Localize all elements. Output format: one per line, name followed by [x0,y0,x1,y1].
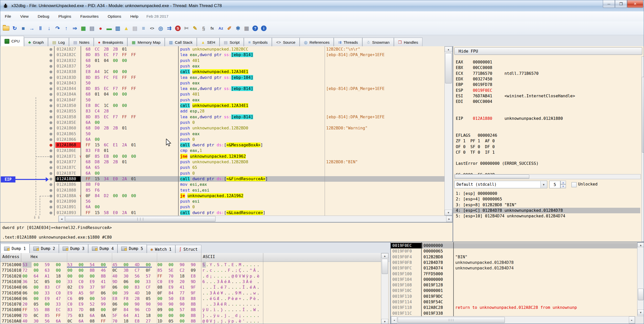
unlocked-checkbox[interactable] [571,182,577,187]
snowman-icon[interactable]: S [174,24,182,33]
calculator-icon[interactable]: ▦ [243,24,250,33]
disasm-row[interactable]: 012A18448D85ECF7FFFFlea eax,dword ptr ss… [49,86,444,91]
disasm-row[interactable]: 012A185E6A00push 0 [49,120,444,125]
row-dot[interactable] [50,166,52,169]
row-dot[interactable] [50,87,52,90]
disasm-row[interactable]: 012A183D8D85FCFEFFFFlea eax,dword ptr ss… [49,75,444,80]
tab-script[interactable]: ▤Script [220,38,244,47]
tab-struct[interactable]: ∫Struct [175,245,201,254]
attach-icon[interactable]: § [200,24,207,33]
row-dot[interactable] [50,104,52,107]
disasm-vscrollbar[interactable]: ▲ ▼ [444,46,452,216]
disasm-row[interactable]: 012A186550push eax [49,131,444,137]
maximize-button[interactable]: ❐ [615,0,627,8]
row-dot[interactable] [50,200,52,203]
stack-arg-row[interactable]: 4: [esp+C] 012B4D78 unknownunpacked.012B… [453,208,640,213]
stack-arg-row[interactable]: 2: [esp+4] 00000065 [453,196,640,202]
row-dot[interactable] [50,121,52,124]
menu-plugins[interactable]: Plugins [54,13,76,20]
dump-row[interactable]: 771610A04030566A0C6A08FF7018E8271D05008B… [0,318,380,324]
seh-icon[interactable]: ▲ [123,24,130,33]
disassembly-panel[interactable]: 012A182768CC2B2B01push unknownunpacked.1… [0,46,452,222]
dump-row[interactable]: 771610907D0C85FF75036A0A5F64A1180000008B… [0,313,380,318]
menu-file[interactable]: File [0,13,16,20]
dump-row[interactable]: 77161000530059005300540045004D0000009090… [0,262,380,268]
memory-map-icon[interactable]: ▦ [80,24,87,33]
disasm-row[interactable]: 012A187C6A65push 65 [49,165,444,170]
tab-dump-2[interactable]: Dump 2 [30,244,59,253]
stack-arg-row[interactable]: 5: [esp+10] 012B4D74 unknownunpacked.012… [453,213,640,219]
close-button[interactable]: × [627,0,643,8]
tab-dump-3[interactable]: Dump 3 [59,244,88,253]
registers-panel[interactable]: Hide FPU EAX 00000001EBX 00CC0008ECX 771… [452,46,644,242]
dump-vscrollbar[interactable]: ▲ ▼ [381,253,389,324]
disasm-row[interactable]: 012A18326801040000push 401 [49,58,444,63]
disasm-row[interactable]: 012A182768CC2B2B01push unknownunpacked.1… [49,47,444,52]
dump-row[interactable]: 771610107200630000008B460C3BC70F855EC209… [0,268,380,273]
disasm-row[interactable]: 012A186E83F801cmp eax,1 [49,148,444,153]
row-dot[interactable] [50,127,52,130]
stack-row[interactable]: 0019F1007FFD5000 [391,271,637,277]
stack-row[interactable]: 0019F1080019F128 [391,282,637,288]
tab-watch-1[interactable]: ◉Watch 1 [147,245,175,254]
row-dot[interactable] [50,82,52,85]
row-dot[interactable] [50,172,52,175]
stack-row[interactable]: 0019F1140019F54C [391,299,637,305]
tab-dump-5[interactable]: Dump 5 [117,244,147,253]
row-dot[interactable] [50,76,52,79]
menu-debug[interactable]: Debug [33,13,54,20]
row-dot[interactable] [50,65,52,68]
tab-source[interactable]: <>Source [272,38,300,47]
stack-hscrollbar[interactable]: ◄ ❘❘❘ ► [391,316,635,324]
calling-convention-select[interactable]: Default (stdcall) ▼ [454,181,547,188]
text-icon[interactable]: Az [217,24,225,33]
highlight-icon[interactable]: ✐ [226,24,233,33]
register-line[interactable]: EDI 00CC0004 [456,99,492,104]
row-dot[interactable] [50,54,52,56]
run-icon[interactable]: → [28,24,36,33]
row-dot[interactable] [50,138,52,141]
tab-handles[interactable]: ❒Handles [394,38,422,47]
stop-icon[interactable]: ■ [19,24,27,33]
disasm-row[interactable]: 012A1893FF1558E02A01call dword ptr ds:[<… [49,210,444,216]
tab-dump-4[interactable]: Dump 4 [88,244,117,253]
tab-references[interactable]: ◎References [300,38,334,47]
functions-icon[interactable]: fx [208,24,216,33]
register-line[interactable]: EAX 00000001 [456,59,492,65]
row-dot[interactable] [50,178,52,180]
arg-count-stepper[interactable]: ▲▼ [560,181,566,188]
dump-row[interactable]: 771610200064A1180000008B40305657FF7018E8… [0,273,380,279]
settings-icon[interactable]: ✱ [234,24,242,33]
stack-row[interactable]: 0019F1100019F9DC [391,294,637,299]
call-stack-icon[interactable]: ▥ [114,24,122,33]
open-file-icon[interactable] [2,24,10,33]
tab-threads[interactable]: ⇉Threads [334,38,362,47]
hide-fpu-button[interactable]: Hide FPU [454,47,642,55]
menu-view[interactable]: View [16,13,33,20]
stack-row[interactable]: 0019F0F4012B2BD8"BIN" [391,254,637,260]
menu-options[interactable]: Options [103,13,126,20]
register-line[interactable]: ESP 0019F0EC [456,88,492,93]
register-line[interactable]: ECX 771B6570 ntdll.771B6570 [456,71,539,76]
memory-icon[interactable]: ▬ [105,24,113,33]
register-line[interactable]: OF 0 SF 0 DF 0 [456,144,495,150]
dump-row[interactable]: 77161050060033C0E9A59F0600394D100F84779F… [0,290,380,296]
register-line[interactable]: EFLAGS 00000246 [456,133,497,138]
disasm-row[interactable]: 012A182C8D85ECF7FFFFlea eax,dword ptr ss… [49,52,444,58]
dump-row[interactable]: 7716107020050033C0E95299060090909090908B… [0,302,380,307]
patches-icon[interactable]: ✂ [183,24,190,33]
disasm-row[interactable]: 012A188A∨0F84D2000000je unknownunpacked.… [49,193,444,199]
symbols-icon[interactable]: ≡ [140,24,147,33]
about-icon[interactable]: i [260,24,268,33]
help-icon[interactable]: ? [251,24,259,33]
tab-graph[interactable]: ♣Graph [24,38,48,47]
disasm-row[interactable]: 012A184A6801040000push 401 [49,91,444,97]
register-line[interactable]: EDX 00327450 [456,76,492,82]
stack-vscrollbar[interactable]: ▲ ▼ [637,242,644,316]
register-line[interactable]: EBP 0019FD78 [456,82,492,87]
disasm-row[interactable]: 012A187E6A00push 0 [49,171,444,176]
tab-breakpoints[interactable]: ●Breakpoints [94,38,128,47]
arg-count-input[interactable]: 5 [549,181,560,188]
disasm-row[interactable]: 012A18868BF0mov esi,eax [49,182,444,187]
disasm-row[interactable]: 012A187768D82B2B01push unknownunpacked.1… [49,159,444,165]
